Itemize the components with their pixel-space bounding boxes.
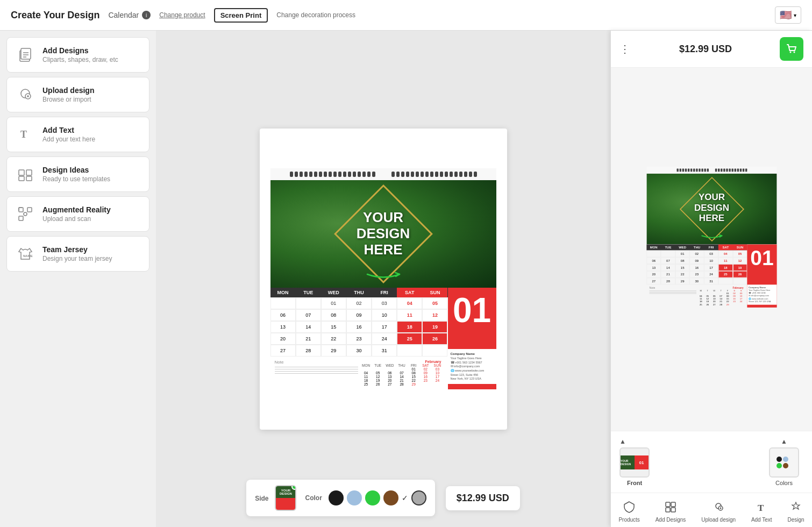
sidebar-title-augmented-reality: Augmented Reality	[42, 205, 111, 214]
calendar-day-headers: MON TUE WED THU FRI SAT SUN	[270, 288, 448, 297]
sidebar-item-team-jersey[interactable]: NAME Team Jersey Design your team jersey	[6, 236, 149, 272]
flag-icon: 🇺🇸	[780, 9, 792, 21]
thumbnail-strip: ▲ YOUR DESIGN 01 Front ▲	[611, 431, 812, 493]
calendar-image-area: YOURDESIGNHERE	[270, 180, 496, 288]
swatch-brown[interactable]	[383, 490, 398, 505]
canvas-area: YOURDESIGNHERE MON	[156, 31, 610, 527]
mini-month-label: February	[360, 360, 444, 364]
right-panel-preview: YOURDESIGNHERE MON TUE WED	[611, 68, 812, 431]
change-product-button[interactable]: Change product	[159, 11, 205, 19]
sidebar-subtitle-augmented-reality: Upload and scan	[42, 215, 111, 223]
design-canvas[interactable]: YOURDESIGNHERE MON	[260, 129, 507, 430]
calendar-row-5: 27 28 29 30 31	[270, 345, 448, 357]
swatch-black[interactable]	[329, 490, 344, 505]
tab-products[interactable]: Products	[614, 497, 644, 525]
right-panel-header: ⋮ $12.99 USD	[611, 31, 812, 68]
tab-add-designs-icon	[663, 500, 678, 515]
info-icon[interactable]: i	[142, 11, 151, 19]
sidebar-text-design-ideas: Design Ideas Ready to use templates	[42, 166, 110, 183]
add-designs-icon	[16, 45, 35, 65]
design-ideas-icon	[16, 165, 35, 184]
big-day-number: 01	[453, 293, 491, 327]
active-indicator	[291, 485, 296, 490]
calendar-grid-area: MON TUE WED THU FRI SAT SUN 01	[270, 288, 496, 389]
svg-text:T: T	[20, 129, 27, 140]
front-thumbnail-image: YOUR DESIGN 01	[619, 447, 650, 478]
dropdown-arrow: ▾	[794, 12, 796, 18]
swatch-green[interactable]	[365, 490, 380, 505]
app-header: Create Your Design Calendar i Change pro…	[0, 0, 812, 31]
calendar-day-number-panel: 01 Company Name Your Tagline Goes Here ☎…	[448, 288, 496, 389]
add-to-cart-button[interactable]	[780, 37, 803, 61]
tab-upload-design[interactable]: Upload design	[697, 497, 740, 525]
sidebar-subtitle-design-ideas: Ready to use templates	[42, 175, 110, 183]
sidebar-subtitle-add-designs: Cliparts, shapes, draw, etc	[42, 56, 118, 63]
svg-rect-10	[19, 170, 24, 175]
sidebar-title-team-jersey: Team Jersey	[42, 245, 112, 254]
sidebar-text-add-text: Add Text Add your text here	[42, 126, 95, 143]
svg-rect-11	[26, 170, 32, 175]
day-header-mon: MON	[270, 288, 296, 297]
more-options-button[interactable]: ⋮	[619, 42, 631, 55]
tab-add-text-icon: T	[754, 500, 769, 515]
swatch-blue[interactable]	[347, 490, 362, 505]
tab-add-designs-label: Add Designs	[656, 517, 686, 523]
chevron-up-icon[interactable]: ▲	[619, 438, 626, 445]
language-selector[interactable]: 🇺🇸 ▾	[775, 6, 801, 24]
calendar-row-4: 20 21 22 23 24 25 26	[270, 333, 448, 345]
note-area: Note February MON	[270, 357, 448, 389]
tab-add-designs[interactable]: Add Designs	[651, 497, 690, 525]
sidebar-item-augmented-reality[interactable]: Augmented Reality Upload and scan	[6, 196, 149, 232]
tab-design-label: Design	[787, 517, 804, 523]
svg-rect-1	[21, 48, 31, 59]
swatch-gray[interactable]	[411, 490, 426, 505]
color-swatches: ✓	[329, 490, 426, 505]
colors-thumbnail-label: Colors	[775, 480, 793, 486]
svg-rect-12	[19, 176, 24, 181]
svg-rect-24	[671, 502, 675, 507]
sidebar-item-upload-design[interactable]: Upload design Browse or import	[6, 77, 149, 112]
right-panel-price: $12.99 USD	[679, 44, 732, 55]
note-label: Note	[275, 360, 358, 365]
sidebar-item-design-ideas[interactable]: Design Ideas Ready to use templates	[6, 156, 149, 192]
color-label: Color	[305, 494, 322, 502]
main-layout: Add Designs Cliparts, shapes, draw, etc …	[0, 31, 812, 527]
tab-design[interactable]: Design	[783, 497, 808, 525]
svg-text:T: T	[758, 503, 764, 513]
calendar-binding	[270, 168, 496, 180]
right-panel-calendar: YOURDESIGNHERE MON TUE WED	[646, 167, 777, 308]
svg-rect-16	[19, 216, 23, 220]
side-thumbnail[interactable]: YOURDESIGN	[275, 485, 296, 511]
colors-chevron-icon[interactable]: ▲	[781, 438, 787, 445]
tab-upload-label: Upload design	[701, 517, 736, 523]
sidebar-title-add-text: Add Text	[42, 126, 95, 134]
sidebar-title-upload-design: Upload design	[42, 86, 94, 95]
add-text-icon: T	[16, 125, 35, 144]
svg-point-19	[24, 212, 27, 216]
calendar-row-1: 01 02 03 04 05	[270, 297, 448, 309]
colors-thumbnail-item[interactable]: ▲ Colors	[765, 436, 803, 488]
front-thumbnail-item[interactable]: ▲ YOUR DESIGN 01 Front	[619, 438, 650, 486]
svg-rect-25	[666, 508, 670, 512]
sidebar-subtitle-add-text: Add your text here	[42, 136, 95, 143]
sidebar-item-add-text[interactable]: T Add Text Add your text here	[6, 117, 149, 152]
sidebar-text-team-jersey: Team Jersey Design your team jersey	[42, 245, 112, 262]
sidebar-text-augmented-reality: Augmented Reality Upload and scan	[42, 205, 111, 223]
side-color-selector: Side YOURDESIGN Color ✓	[246, 480, 435, 516]
tab-add-text-label: Add Text	[751, 517, 772, 523]
colors-thumbnail-image	[769, 447, 799, 478]
products-icon	[622, 500, 637, 515]
sidebar-subtitle-team-jersey: Design your team jersey	[42, 255, 112, 262]
company-info-box: Company Name Your Tagline Goes Here ☎ +0…	[448, 349, 496, 384]
decoration-badge: Screen Print	[214, 8, 268, 23]
tab-add-text[interactable]: T Add Text	[747, 497, 777, 525]
calendar-row-3: 13 14 15 16 17 18 19	[270, 321, 448, 333]
bottom-bar: Side YOURDESIGN Color ✓	[156, 480, 610, 516]
design-text: YOURDESIGNHERE	[357, 210, 410, 258]
change-decoration-button[interactable]: Change decoration process	[276, 11, 355, 19]
sidebar-item-add-designs[interactable]: Add Designs Cliparts, shapes, draw, etc	[6, 37, 149, 73]
price-display: $12.99 USD	[446, 486, 520, 510]
page-title: Create Your Design	[11, 10, 99, 21]
bottom-tabs: Products Add Designs	[611, 493, 812, 527]
team-jersey-icon: NAME	[16, 244, 35, 264]
